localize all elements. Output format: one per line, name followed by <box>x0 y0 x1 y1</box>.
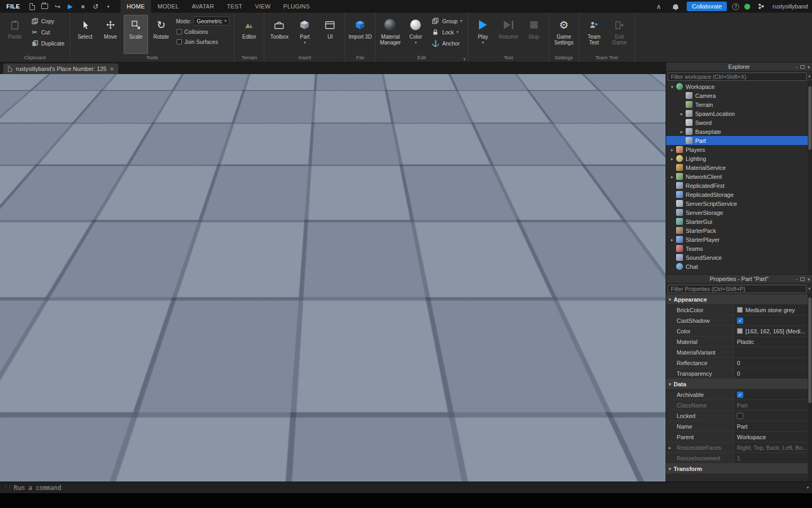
property-value-text[interactable]: Plastic <box>737 339 754 345</box>
property-value-parent[interactable]: Workspace <box>734 432 808 442</box>
section-collapse-icon[interactable]: ▾ <box>669 382 671 387</box>
property-value-resizeablefaces[interactable]: Right, Top, Back, Left, Bo... <box>734 442 808 452</box>
terrain-editor-button[interactable]: Editor <box>237 15 261 54</box>
distant-part[interactable] <box>156 74 330 98</box>
property-value-text[interactable]: 1 <box>737 455 740 461</box>
group-button[interactable]: Group ▾ <box>429 16 465 26</box>
explorer-scroll-thumb[interactable] <box>808 86 811 150</box>
explorer-item-camera[interactable]: Camera <box>666 91 808 100</box>
expand-toggle-icon[interactable]: ▸ <box>668 174 676 179</box>
share-icon[interactable] <box>755 1 767 12</box>
tab-plugins[interactable]: PLUGINS <box>277 0 316 13</box>
join-surfaces-checkbox[interactable] <box>177 39 182 44</box>
caret-down-icon[interactable]: ▾ <box>460 19 463 23</box>
section-collapse-icon[interactable]: ▾ <box>669 297 671 302</box>
explorer-item-part[interactable]: Part <box>666 136 808 145</box>
properties-section-transform[interactable]: ▾Transform <box>666 464 808 474</box>
explorer-item-terrain[interactable]: Terrain <box>666 100 808 109</box>
property-value-brickcolor[interactable]: Medium stone grey <box>734 305 808 315</box>
checkbox-checked-icon[interactable]: ✓ <box>737 392 743 398</box>
help-icon[interactable]: ? <box>732 3 739 10</box>
expand-toggle-icon[interactable]: ▸ <box>668 156 676 161</box>
close-tab-icon[interactable]: ✕ <box>109 66 114 72</box>
caret-down-icon[interactable]: ▾ <box>414 41 417 44</box>
explorer-item-replicatedfirst[interactable]: ReplicatedFirst <box>666 181 808 190</box>
resume-button[interactable]: Resume <box>496 15 521 54</box>
checkbox-unchecked-icon[interactable] <box>737 413 743 419</box>
property-value-text[interactable]: [163, 162, 165] (Medi... <box>745 328 805 334</box>
collaborate-button[interactable]: Collaborate <box>687 2 727 11</box>
explorer-item-lighting[interactable]: ▸Lighting <box>666 154 808 163</box>
edit-dialog-launcher-icon[interactable]: ∨ <box>463 57 466 61</box>
undo-icon[interactable]: ↺ <box>90 1 102 12</box>
collisions-checkbox[interactable] <box>177 29 182 34</box>
select-tool-button[interactable]: Select <box>73 15 97 54</box>
checkbox-checked-icon[interactable]: ✓ <box>737 318 743 324</box>
property-value-resizeincrement[interactable]: 1 <box>734 453 808 463</box>
properties-section-data[interactable]: ▾Data <box>666 379 808 389</box>
command-input[interactable] <box>14 484 805 492</box>
expand-toggle-icon[interactable]: ▸ <box>668 147 676 152</box>
expand-toggle-icon[interactable]: ▸ <box>678 111 686 116</box>
property-value-text[interactable]: 0 <box>737 370 740 377</box>
collapse-ribbon-icon[interactable]: ∧ <box>653 1 665 12</box>
property-expand-icon[interactable]: ▸ <box>669 445 671 450</box>
drag-grip-icon[interactable]: ⋮⋮ <box>3 485 12 491</box>
username-label[interactable]: rustysillyband <box>772 3 808 10</box>
filter-options-caret-icon[interactable]: ▾ <box>808 74 810 79</box>
explorer-filter-input[interactable] <box>668 72 807 81</box>
file-menu[interactable]: FILE <box>4 3 25 10</box>
stop-button[interactable]: Stop <box>522 15 546 54</box>
collapse-panel-icon[interactable]: − <box>795 277 798 282</box>
explorer-item-players[interactable]: ▸Players <box>666 145 808 154</box>
property-value-text[interactable]: Part <box>737 423 748 430</box>
explorer-item-materialservice[interactable]: MaterialService <box>666 163 808 172</box>
explorer-item-sword[interactable]: Sword <box>666 118 808 127</box>
scale-handle-x-left[interactable] <box>257 238 271 251</box>
history-caret-icon[interactable]: ▾ <box>103 1 114 12</box>
float-panel-icon[interactable] <box>800 277 805 281</box>
color-swatch[interactable] <box>737 307 743 313</box>
property-value-reflectance[interactable]: 0 <box>734 358 808 368</box>
new-file-icon[interactable] <box>26 1 38 12</box>
lock-button[interactable]: Lock ▾ <box>429 27 465 37</box>
color-button[interactable]: Color ▾ <box>403 15 428 54</box>
explorer-item-serverscriptservice[interactable]: ServerScriptService <box>666 199 808 208</box>
scale-handle-x-right[interactable] <box>408 248 422 262</box>
cut-button[interactable]: ✂ Cut <box>28 27 67 37</box>
properties-filter-input[interactable] <box>668 285 807 293</box>
copy-button[interactable]: Copy <box>28 16 67 26</box>
properties-scroll-thumb[interactable] <box>808 297 811 403</box>
game-settings-button[interactable]: ⚙ Game Settings <box>552 15 576 54</box>
property-value-text[interactable]: 0 <box>737 360 740 366</box>
collisions-toggle[interactable]: Collisions <box>174 27 232 36</box>
explorer-item-serverstorage[interactable]: ServerStorage <box>666 208 808 217</box>
section-collapse-icon[interactable]: ▾ <box>669 466 671 471</box>
caret-down-icon[interactable]: ▾ <box>482 41 484 44</box>
explorer-item-networkclient[interactable]: ▸NetworkClient <box>666 172 808 181</box>
caret-down-icon[interactable]: ▾ <box>303 41 306 44</box>
explorer-item-starterpack[interactable]: StarterPack <box>666 226 808 235</box>
scale-handle-z-front[interactable] <box>328 280 340 293</box>
tab-model[interactable]: MODEL <box>151 0 186 13</box>
explorer-item-starterplayer[interactable]: ▸StarterPlayer <box>666 235 808 244</box>
property-value-name[interactable]: Part <box>734 421 808 431</box>
run-icon[interactable]: ▶ <box>64 1 76 12</box>
explorer-item-teams[interactable]: Teams <box>666 244 808 253</box>
explorer-item-chat[interactable]: Chat <box>666 262 808 271</box>
property-value-locked[interactable] <box>734 411 808 421</box>
explorer-item-startergui[interactable]: StarterGui <box>666 217 808 226</box>
redo-icon[interactable]: ↪ <box>52 1 63 12</box>
tab-home[interactable]: HOME <box>121 0 151 13</box>
property-value-text[interactable]: Right, Top, Back, Left, Bo... <box>737 444 807 451</box>
rotate-tool-button[interactable]: ↻ Rotate <box>149 15 173 54</box>
caret-down-icon[interactable]: ▾ <box>457 30 459 34</box>
tab-view[interactable]: VIEW <box>249 0 277 13</box>
duplicate-button[interactable]: Duplicate <box>28 38 67 48</box>
material-manager-button[interactable]: Material Manager <box>378 15 402 54</box>
stop-run-icon[interactable]: ■ <box>77 1 89 12</box>
command-history-caret-icon[interactable]: ▾ <box>807 485 809 490</box>
explorer-item-soundservice[interactable]: SoundService <box>666 253 808 262</box>
property-value-material[interactable]: Plastic <box>734 337 808 347</box>
property-value-archivable[interactable]: ✓ <box>734 389 808 400</box>
